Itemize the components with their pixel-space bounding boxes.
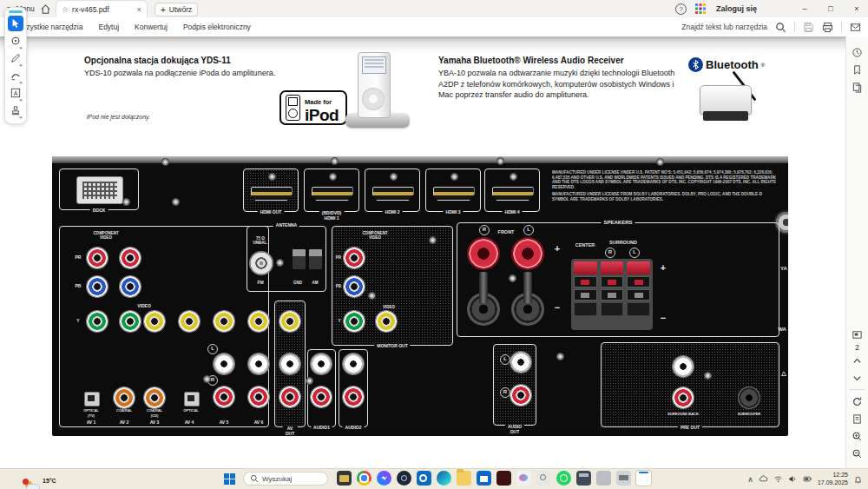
acrobat-window: ≡ Menu ☆ rx-v465.pdf × + Utwórz ? Zalogu… (0, 0, 868, 489)
separator (850, 389, 865, 390)
taskbar-app-store[interactable] (477, 471, 491, 486)
tray-chevron-icon[interactable]: ∧ (747, 475, 753, 484)
terminal-column (601, 261, 624, 327)
red-rca-jack (510, 384, 532, 406)
start-button[interactable] (224, 473, 235, 485)
add-text-tool[interactable]: A (8, 85, 23, 101)
toolbar-item-edytuj[interactable]: Edytuj (98, 23, 119, 31)
draw-tool[interactable] (8, 50, 23, 66)
save-icon[interactable] (803, 22, 814, 33)
taskbar-app-game[interactable] (496, 471, 511, 486)
right-rail: 2 (845, 36, 868, 469)
bookmarks-icon (852, 64, 863, 76)
taskbar-app-edge[interactable] (437, 471, 451, 486)
zoom-tool[interactable] (8, 33, 23, 49)
screw (268, 173, 276, 181)
page-thumbnail-button[interactable] (846, 326, 868, 343)
terminal-slot (601, 302, 624, 316)
sign-in-button[interactable]: Zaloguj się (716, 4, 757, 13)
document-tab[interactable]: ☆ rx-v465.pdf × (56, 0, 148, 17)
taskbar-search[interactable]: Wyszukaj (243, 472, 328, 486)
panel-section-label: AV OUT (283, 426, 298, 436)
panel-label: 75 Ω UNBAL. (253, 236, 268, 245)
screw (161, 158, 169, 166)
find-label[interactable]: Znajdź tekst lub narzędzia (681, 23, 767, 31)
minimize-button[interactable]: – (793, 4, 816, 13)
terminal-slot (574, 302, 597, 316)
select-tool[interactable] (8, 16, 23, 31)
cloud-icon[interactable] (759, 474, 768, 484)
taskbar-app-search-doc[interactable] (536, 471, 551, 486)
taskbar-app-paint[interactable] (516, 471, 531, 486)
panel-label: FRONT (498, 229, 515, 235)
terminal-slot (601, 276, 624, 287)
yellow-rca-jack (375, 310, 398, 333)
help-icon[interactable]: ? (675, 3, 687, 15)
taskbar-app-explorer[interactable] (337, 471, 352, 486)
weather-widget[interactable]: 15°C Duże zachmurze... (24, 471, 89, 489)
maximize-button[interactable]: □ (819, 4, 842, 13)
channel-label-l: L (207, 344, 218, 354)
screw (276, 259, 284, 267)
panel-section-label: PRE OUT (678, 426, 702, 431)
taskbar-app-acrobat[interactable] (636, 471, 651, 486)
star-icon[interactable]: ☆ (62, 5, 69, 14)
stamp-tool[interactable] (8, 102, 23, 118)
terminal-slot (601, 289, 624, 301)
highlight-tool[interactable] (8, 68, 23, 83)
notification-bell-icon[interactable] (853, 474, 863, 484)
toolbar-item-konwertuj[interactable]: Konwertuj (135, 23, 168, 31)
panel-label: PR (336, 255, 341, 260)
taskbar-app-whatsapp[interactable] (556, 471, 571, 486)
taskbar-app-outlook[interactable] (417, 471, 431, 486)
clock[interactable]: 12:25 17.09.2025 (818, 472, 848, 487)
bookmarks-panel-button[interactable] (846, 61, 868, 78)
home-button[interactable] (40, 0, 51, 17)
panel-label: AV 1 (87, 420, 96, 426)
previous-page-button[interactable] (846, 352, 868, 369)
wifi-icon[interactable] (773, 474, 783, 484)
fit-page-button[interactable] (846, 410, 868, 427)
zoom-in-icon (852, 431, 863, 442)
taskbar-app-messenger[interactable] (377, 471, 391, 486)
recent-panel-button[interactable] (846, 43, 868, 61)
post-shaft (523, 272, 532, 303)
red-terminal-tab (574, 261, 597, 274)
pages-panel-button[interactable] (846, 78, 868, 96)
app-grid-icon[interactable] (695, 3, 706, 14)
panel-label: − (661, 313, 666, 324)
rotate-page-button[interactable] (846, 393, 868, 410)
hdmi-port (372, 187, 414, 201)
print-icon[interactable] (822, 22, 833, 33)
screw (509, 274, 516, 282)
taskbar-app-app-gray[interactable] (596, 471, 611, 486)
taskbar-app-calculator[interactable] (576, 471, 591, 486)
weather-icon (24, 480, 39, 489)
red-rca-jack (247, 386, 270, 408)
taskbar-app-folder[interactable] (457, 471, 471, 486)
volume-icon[interactable] (788, 474, 798, 484)
red-rca-jack (672, 387, 694, 409)
tray-time: 12:25 (832, 472, 848, 478)
hdmi-port (312, 187, 353, 201)
tab-close-icon[interactable]: × (137, 5, 141, 14)
taskbar-app-chrome[interactable] (357, 471, 372, 486)
create-button[interactable]: + Utwórz (155, 3, 198, 17)
bluetooth-icon (688, 57, 703, 72)
next-page-button[interactable] (846, 369, 868, 387)
taskbar-app-app-print[interactable] (616, 471, 631, 486)
screw (122, 198, 130, 206)
toolbar-item-podpis-elektroniczny[interactable]: Podpis elektroniczny (183, 23, 251, 31)
screw (704, 372, 712, 380)
taskbar-app-steam[interactable] (397, 471, 411, 486)
email-icon[interactable] (850, 22, 861, 33)
search-icon[interactable] (775, 22, 786, 33)
system-tray: ∧ 12:25 17.09.2025 (747, 469, 863, 489)
battery-icon[interactable] (803, 474, 812, 484)
close-button[interactable]: × (845, 4, 868, 13)
white-rca-jack (310, 353, 332, 375)
zoom-in-button[interactable] (846, 427, 868, 445)
hdmi-port (251, 187, 293, 201)
zoom-out-button[interactable] (846, 445, 868, 462)
screw (306, 377, 313, 385)
